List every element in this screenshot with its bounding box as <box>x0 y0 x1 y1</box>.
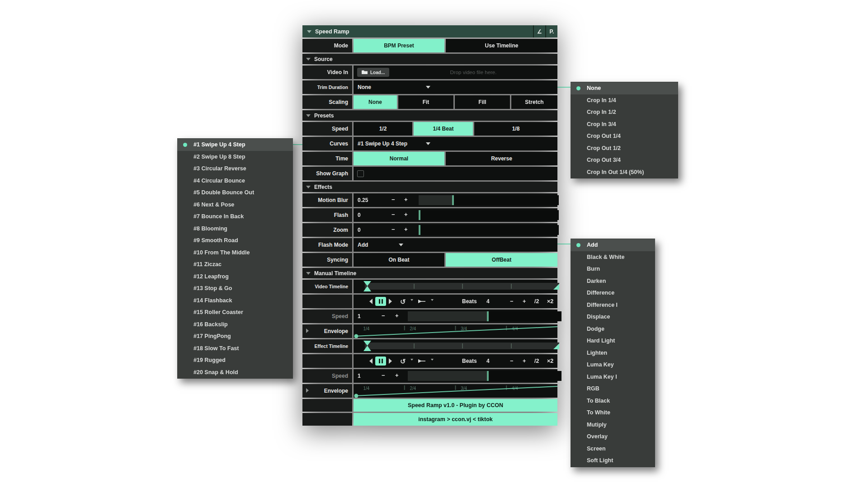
flash-mode-menu-item[interactable]: Overlay <box>571 431 655 443</box>
expand-envelope-icon[interactable] <box>306 328 309 333</box>
flash-mode-menu-item[interactable]: Difference I <box>571 299 655 311</box>
speed-eighth-button[interactable]: 1/8 <box>474 122 557 136</box>
curves-menu-item[interactable]: #12 Leapfrog <box>177 271 293 283</box>
flash-mode-dropdown[interactable]: Add <box>354 238 557 252</box>
timeline-position-marker-icon[interactable] <box>363 281 371 291</box>
plus-button[interactable]: + <box>404 211 408 218</box>
curves-menu-item[interactable]: #10 From The Middle <box>177 247 293 259</box>
flash-mode-menu-item[interactable]: Soft Light <box>571 455 655 467</box>
flash-slider[interactable] <box>419 210 559 220</box>
beats-plus-button[interactable]: + <box>523 295 526 308</box>
envelope-point[interactable] <box>354 394 358 398</box>
dropdown-caret-icon[interactable] <box>431 359 434 361</box>
motion-blur-value[interactable]: 0.25 <box>358 197 368 203</box>
beats-half-button[interactable]: /2 <box>534 295 539 308</box>
curves-menu-item[interactable]: #15 Roller Coaster <box>177 306 293 319</box>
dropdown-caret-icon[interactable] <box>410 359 413 361</box>
flash-mode-menu-item[interactable]: Lighten <box>571 347 655 359</box>
effects-section-header[interactable]: Effects <box>302 182 557 192</box>
trim-menu-item[interactable]: Crop Out 1/2 <box>571 142 678 155</box>
speed-value[interactable]: 1 <box>358 373 361 379</box>
syncing-on-beat-button[interactable]: On Beat <box>354 253 444 267</box>
mode-use-timeline-button[interactable]: Use Timeline <box>446 39 557 52</box>
flash-mode-menu-item[interactable]: Black & White <box>571 251 655 263</box>
flash-mode-menu-item[interactable]: Luma Key I <box>571 371 655 383</box>
minus-button[interactable]: − <box>392 211 395 218</box>
timeline-scrubber[interactable] <box>365 283 559 290</box>
manual-timeline-section-header[interactable]: Manual Timeline <box>302 268 557 278</box>
effect-speed-slider[interactable] <box>408 371 561 381</box>
curves-menu-item[interactable]: #4 Circular Bounce <box>177 175 293 187</box>
plus-button[interactable]: + <box>404 196 408 203</box>
plus-button[interactable]: + <box>404 226 408 233</box>
section-collapse-icon[interactable] <box>306 272 311 275</box>
curves-dropdown[interactable]: #1 Swipe Up 4 Step <box>354 137 557 150</box>
minus-button[interactable]: − <box>382 372 385 379</box>
show-graph-checkbox[interactable] <box>357 170 364 177</box>
load-button[interactable]: Load... <box>357 68 389 77</box>
slider-handle[interactable] <box>487 311 489 321</box>
scaling-fit-button[interactable]: Fit <box>398 95 453 109</box>
beats-half-button[interactable]: /2 <box>534 354 539 368</box>
curves-menu-item[interactable]: #13 Stop & Go <box>177 282 293 295</box>
angle-button[interactable]: ∠ <box>533 25 545 38</box>
chevron-down-icon[interactable] <box>399 244 403 246</box>
pause-button[interactable] <box>375 297 386 306</box>
step-back-button[interactable] <box>369 358 373 364</box>
flash-value[interactable]: 0 <box>358 212 361 218</box>
marker-icon[interactable] <box>418 295 426 308</box>
flash-mode-menu-item[interactable]: Mutiply <box>571 419 655 431</box>
flash-mode-menu-item[interactable]: RGB <box>571 383 655 395</box>
video-envelope-graph[interactable]: 1/4 2/4 3/4 4/4 <box>354 324 557 338</box>
chevron-down-icon[interactable] <box>426 86 430 89</box>
beats-value[interactable]: 4 <box>486 295 490 308</box>
social-links-banner[interactable]: instagram > ccon.vj < tiktok <box>354 413 557 426</box>
curves-menu-item[interactable]: #9 Smooth Road <box>177 235 293 247</box>
collapse-panel-icon[interactable] <box>307 30 311 33</box>
section-collapse-icon[interactable] <box>306 58 311 61</box>
beats-double-button[interactable]: ×2 <box>547 295 553 308</box>
curves-menu-item[interactable]: #2 Swipe Up 8 Step <box>177 151 293 163</box>
flash-mode-menu-item[interactable]: Screen <box>571 443 655 455</box>
time-normal-button[interactable]: Normal <box>354 152 444 165</box>
envelope-point[interactable] <box>354 334 358 338</box>
plus-button[interactable]: + <box>395 312 399 319</box>
scaling-fill-button[interactable]: Fill <box>455 95 510 109</box>
dropdown-caret-icon[interactable] <box>431 299 434 301</box>
flash-mode-menu-item[interactable]: Hard Light <box>571 335 655 347</box>
scaling-none-button[interactable]: None <box>354 95 397 109</box>
chevron-down-icon[interactable] <box>426 142 430 145</box>
beats-plus-button[interactable]: + <box>523 354 526 368</box>
minus-button[interactable]: − <box>382 312 385 319</box>
speed-value[interactable]: 1 <box>358 313 361 319</box>
expand-envelope-icon[interactable] <box>306 388 309 393</box>
step-back-button[interactable] <box>369 299 373 304</box>
loop-icon[interactable]: ↺ <box>400 354 406 368</box>
flash-mode-menu-item[interactable]: Difference <box>571 287 655 299</box>
video-speed-slider[interactable] <box>408 311 561 321</box>
trim-menu-item[interactable]: Crop Out 3/4 <box>571 154 678 166</box>
flash-mode-menu-item[interactable]: To Black <box>571 395 655 407</box>
curves-menu-item[interactable]: #7 Bounce In Back <box>177 211 293 223</box>
timeline-end-marker-icon[interactable] <box>553 284 559 290</box>
trim-menu-item[interactable]: Crop In 1/2 <box>571 106 678 118</box>
trim-menu-item[interactable]: Crop Out 1/4 <box>571 130 678 142</box>
zoom-value[interactable]: 0 <box>358 227 361 233</box>
timeline-end-marker-icon[interactable] <box>553 343 559 349</box>
minus-button[interactable]: − <box>392 226 395 233</box>
flash-mode-menu-item[interactable]: Dodge <box>571 323 655 335</box>
presets-section-header[interactable]: Presets <box>302 110 557 121</box>
beats-value[interactable]: 4 <box>486 354 490 368</box>
zoom-slider[interactable] <box>419 225 559 235</box>
flash-mode-menu-item[interactable]: To White <box>571 407 655 419</box>
slider-handle[interactable] <box>419 225 420 235</box>
flash-mode-menu-item[interactable]: Burn <box>571 263 655 275</box>
speed-half-button[interactable]: 1/2 <box>354 122 412 136</box>
scaling-stretch-button[interactable]: Stretch <box>511 95 557 109</box>
beats-double-button[interactable]: ×2 <box>547 354 553 368</box>
slider-handle[interactable] <box>419 210 420 220</box>
timeline-position-marker-icon[interactable] <box>363 341 371 351</box>
curves-menu-item[interactable]: #19 Rugged <box>177 354 293 366</box>
marker-icon[interactable] <box>418 354 426 368</box>
source-section-header[interactable]: Source <box>302 54 557 64</box>
